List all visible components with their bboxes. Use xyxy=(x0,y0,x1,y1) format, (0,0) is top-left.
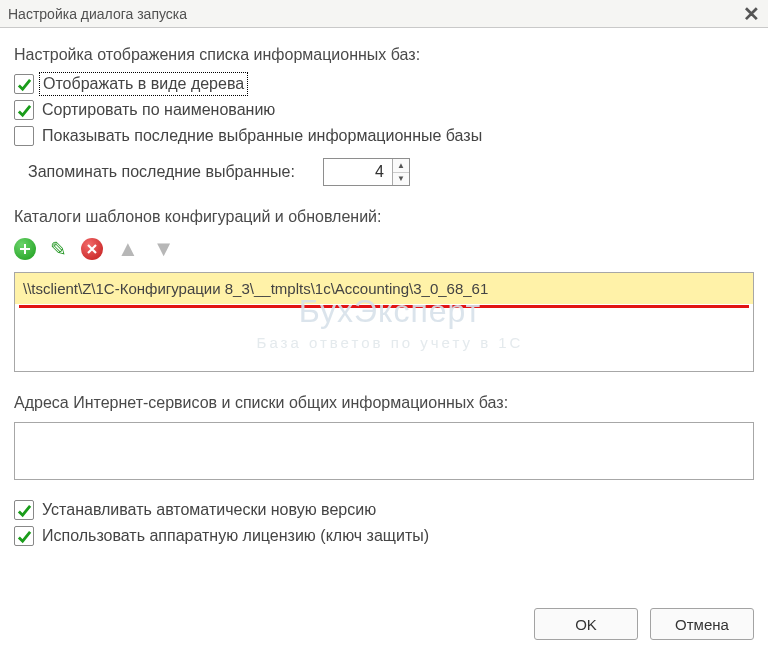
checkbox-tree-view[interactable] xyxy=(14,74,34,94)
remember-input[interactable] xyxy=(324,159,392,185)
add-button[interactable] xyxy=(14,238,36,260)
internet-listbox[interactable] xyxy=(14,422,754,480)
delete-button[interactable] xyxy=(81,238,103,260)
checkbox-show-recent[interactable] xyxy=(14,126,34,146)
list-item[interactable]: \\tsclient\Z\1С-Конфигурации 8_3\__tmplt… xyxy=(15,273,753,304)
templates-listbox[interactable]: \\tsclient\Z\1С-Конфигурации 8_3\__tmplt… xyxy=(14,272,754,372)
titlebar: Настройка диалога запуска ✕ xyxy=(0,0,768,28)
display-heading: Настройка отображения списка информацион… xyxy=(14,46,754,64)
templates-toolbar: ✎ ▲ ▼ xyxy=(14,236,754,262)
checkbox-auto-update[interactable] xyxy=(14,500,34,520)
label-hw-license: Использовать аппаратную лицензию (ключ з… xyxy=(42,527,429,545)
label-remember: Запоминать последние выбранные: xyxy=(28,163,295,181)
move-up-button: ▲ xyxy=(117,236,139,262)
remember-spinner[interactable]: ▲ ▼ xyxy=(323,158,410,186)
edit-button[interactable]: ✎ xyxy=(50,237,67,261)
move-down-button: ▼ xyxy=(153,236,175,262)
spinner-down-icon[interactable]: ▼ xyxy=(393,173,409,186)
internet-heading: Адреса Интернет-сервисов и списки общих … xyxy=(14,394,754,412)
checkbox-sort-name[interactable] xyxy=(14,100,34,120)
cancel-button[interactable]: Отмена xyxy=(650,608,754,640)
close-icon[interactable]: ✕ xyxy=(743,4,760,24)
checkbox-hw-license[interactable] xyxy=(14,526,34,546)
label-sort-name: Сортировать по наименованию xyxy=(42,101,275,119)
window-title: Настройка диалога запуска xyxy=(8,6,187,22)
label-auto-update: Устанавливать автоматически новую версию xyxy=(42,501,376,519)
highlight-underline xyxy=(19,305,749,308)
label-tree-view: Отображать в виде дерева xyxy=(42,75,245,93)
templates-heading: Каталоги шаблонов конфигураций и обновле… xyxy=(14,208,754,226)
label-show-recent: Показывать последние выбранные информаци… xyxy=(42,127,482,145)
spinner-up-icon[interactable]: ▲ xyxy=(393,159,409,173)
ok-button[interactable]: OK xyxy=(534,608,638,640)
